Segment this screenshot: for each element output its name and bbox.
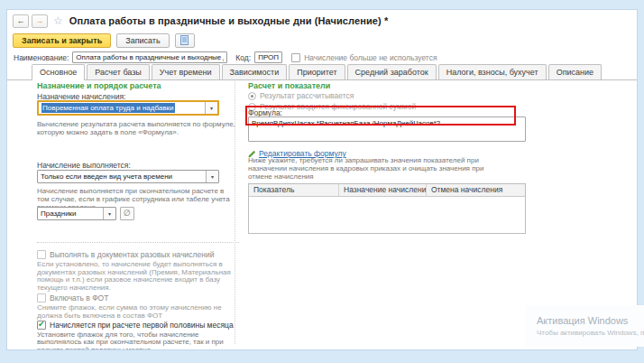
half-month-label: Начисляется при расчете первой половины … <box>50 321 234 330</box>
fot-label: Включать в ФОТ <box>50 293 108 302</box>
back-button[interactable]: ← <box>13 14 29 28</box>
tab-opisanie[interactable]: Описание <box>548 64 602 79</box>
one-time-docs-checkbox-row: Выполнять в документах разовых начислени… <box>37 250 214 259</box>
code-input[interactable] <box>254 51 282 63</box>
result-calculated-radio-row: Результат рассчитывается <box>248 91 354 100</box>
chevron-down-icon[interactable]: ▾ <box>103 208 115 219</box>
fot-checkbox-row: Включать в ФОТ <box>37 293 108 302</box>
toolbar: Записать и закрыть Записать <box>13 33 195 48</box>
purpose-hint: Вычисление результата расчета выполняетс… <box>37 120 237 136</box>
col-indicator: Показатель <box>249 184 339 196</box>
half-month-checkbox[interactable] <box>37 321 46 330</box>
tab-nalogi[interactable]: Налоги, взносы, бухучет <box>438 64 547 79</box>
not-used-label: Начисление больше не используется <box>304 53 437 62</box>
windows-activation-watermark-sub: Чтобы активировать Windows, пере <box>537 329 644 337</box>
page-title: Оплата работы в праздничные и выходные д… <box>69 15 389 26</box>
save-and-close-button[interactable]: Записать и закрыть <box>13 33 111 48</box>
forward-button[interactable]: → <box>32 14 48 28</box>
report-button[interactable] <box>175 33 195 48</box>
save-button[interactable]: Записать <box>116 33 169 48</box>
document-icon <box>180 34 189 48</box>
right-column: Расчет и показатели Результат рассчитыва… <box>248 81 529 349</box>
half-month-hint: Установите флажок для того, чтобы начисл… <box>37 331 239 350</box>
forward-icon: → <box>36 16 44 25</box>
indicators-table-header: Показатель Назначение начисления Отмена … <box>249 184 525 197</box>
tab-bar: Основное Расчет базы Учет времени Зависи… <box>7 64 637 80</box>
open-reference-button[interactable]: ∅ <box>120 207 134 220</box>
executed-label: Начисление выполняется: <box>37 161 131 170</box>
time-kind-value: Праздники <box>41 209 77 218</box>
executed-combo-value: Только если введен вид учета времени <box>41 172 172 181</box>
code-label: Код: <box>235 53 251 62</box>
one-time-docs-label: Выполнять в документах разовых начислени… <box>50 250 214 259</box>
tab-uchet-vremeni[interactable]: Учет времени <box>152 64 220 79</box>
result-fixed-label: Результат вводится фиксированной суммой <box>260 102 416 111</box>
fot-checkbox <box>37 293 46 302</box>
half-month-checkbox-row: Начисляется при расчете первой половины … <box>37 321 234 330</box>
accrual-card-window: ← → ☆ Оплата работы в праздничные и выхо… <box>6 9 638 350</box>
chevron-down-icon[interactable]: ▾ <box>205 102 217 114</box>
back-icon: ← <box>17 16 25 25</box>
left-separator <box>37 242 239 243</box>
section-calc-title: Расчет и показатели <box>248 81 330 90</box>
one-time-docs-hint: Если установлено, то начисление будет вы… <box>37 261 239 292</box>
col-cancel: Отмена начисления <box>427 184 525 196</box>
watermark-panel <box>525 305 644 347</box>
section-purpose-title: Назначение и порядок расчета <box>37 81 161 90</box>
result-calculated-radio <box>248 92 256 100</box>
tab-prioritet[interactable]: Приоритет <box>289 64 345 79</box>
title-row: ← → ☆ Оплата работы в праздничные и выхо… <box>13 13 388 29</box>
col-assign: Назначение начисления <box>339 184 427 196</box>
purpose-combo[interactable]: Повременная оплата труда и надбавки ▾ <box>37 100 219 116</box>
purpose-combo-value: Повременная оплата труда и надбавки <box>41 103 175 113</box>
tab-sredniy-zarabotok[interactable]: Средний заработок <box>347 64 437 79</box>
one-time-docs-checkbox <box>37 250 46 259</box>
left-column: Назначение и порядок расчета Назначение … <box>37 81 241 349</box>
tab-osnovnoe[interactable]: Основное <box>32 64 85 80</box>
executed-combo[interactable]: Только если введен вид учета времени ▾ <box>37 170 219 183</box>
indicators-table[interactable]: Показатель Назначение начисления Отмена … <box>248 183 526 234</box>
result-calculated-label: Результат рассчитывается <box>260 91 354 100</box>
name-input[interactable] <box>72 51 227 63</box>
favorite-star-icon[interactable]: ☆ <box>53 14 63 27</box>
tab-zavisimosti[interactable]: Зависимости <box>222 64 288 79</box>
chevron-down-icon[interactable]: ▾ <box>206 171 218 182</box>
name-label: Наименование: <box>14 53 69 62</box>
indicators-hint: Ниже укажите, требуется ли запрашивать з… <box>248 156 506 181</box>
not-used-checkbox[interactable] <box>291 53 300 62</box>
fot-hint: Снимите флажок, если сумма по этому начи… <box>37 304 239 320</box>
windows-activation-watermark: Активация Windows <box>537 315 628 326</box>
link-icon: ∅ <box>124 209 131 218</box>
indicators-table-body <box>249 197 525 234</box>
time-kind-combo[interactable]: Праздники ▾ <box>37 207 116 220</box>
tab-raschet-bazy[interactable]: Расчет базы <box>87 64 150 79</box>
name-code-row: Наименование: Код: Начисление больше не … <box>14 51 437 63</box>
formula-field[interactable]: ВремяВДняхЧасах *РасчетнаяБаза /НормаДне… <box>248 116 526 142</box>
